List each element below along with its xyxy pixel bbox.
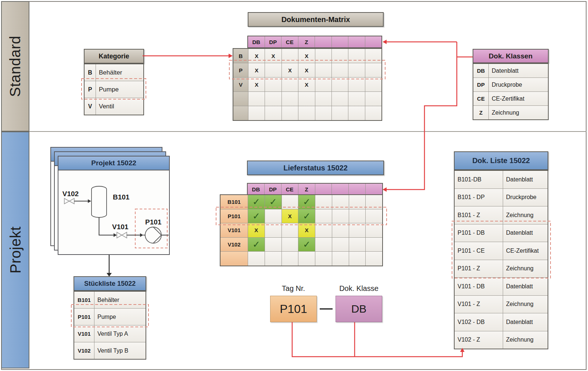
status-cell bbox=[315, 238, 332, 252]
kategorie-title: Kategorie bbox=[84, 49, 144, 64]
pump-p101-icon bbox=[145, 227, 161, 243]
stueckliste-tag: P101 bbox=[74, 309, 94, 325]
lieferstatus-title: Lieferstatus 15022 bbox=[247, 161, 384, 175]
section-divider bbox=[29, 131, 587, 132]
dok-liste-name: Zeichnung bbox=[503, 331, 548, 349]
status-cell: ✓ bbox=[298, 238, 315, 252]
matrix-row-label: B bbox=[233, 49, 248, 63]
diagram-canvas: Standard Projekt Kategorie B Behälter P … bbox=[0, 0, 588, 371]
dok-liste-name: Datenblatt bbox=[503, 313, 548, 331]
pid-drawing: V102 B101 V101 P101 bbox=[58, 170, 169, 254]
status-cell bbox=[282, 238, 298, 252]
stueckliste-name: Pumpe bbox=[94, 309, 146, 325]
status-cell bbox=[248, 252, 265, 266]
status-cell bbox=[282, 223, 298, 237]
dok-klassen-table: DB Datenblatt DP Druckprobe CE CE-Zertif… bbox=[473, 63, 549, 120]
dok-klassen-key: Z bbox=[473, 106, 488, 119]
dok-liste-name: Datenblatt bbox=[503, 278, 548, 295]
matrix-cell: X bbox=[298, 63, 315, 77]
dok-liste-title: Dok. Liste 15022 bbox=[454, 151, 548, 170]
matrix-cell bbox=[365, 92, 381, 106]
doc-class-col: DP bbox=[265, 184, 281, 195]
status-cell: X bbox=[298, 223, 315, 237]
dok-liste-doc: P101 - Z bbox=[455, 260, 503, 278]
dok-klassen-name: Datenblatt bbox=[489, 64, 548, 78]
matrix-cell: X bbox=[248, 78, 265, 91]
dok-liste-doc: B101 - DP bbox=[455, 189, 503, 206]
status-cell: ✓ bbox=[298, 209, 315, 223]
status-cell bbox=[366, 223, 382, 237]
dokumenten-matrix-title: Dokumenten-Matrix bbox=[248, 12, 384, 27]
lieferstatus-row-label: B101 bbox=[220, 195, 248, 209]
lieferstatus-table: B101 ✓ ✓ ✓ P101 ✓ X ✓ V101 X X V102 ✓ ✓ bbox=[220, 194, 383, 266]
dok-liste-doc: V101 - Z bbox=[455, 296, 503, 313]
dok-klassen-name: Zeichnung bbox=[489, 106, 548, 119]
b101-tag-label: B101 bbox=[113, 193, 130, 201]
matrix-cell: X bbox=[298, 78, 315, 91]
matrix-cell bbox=[298, 92, 315, 106]
status-cell bbox=[265, 252, 282, 266]
status-cell bbox=[282, 195, 298, 209]
dok-liste-name: Zeichnung bbox=[503, 260, 548, 278]
matrix-cell bbox=[332, 106, 348, 120]
matrix-cell bbox=[315, 63, 331, 77]
matrix-cell bbox=[282, 78, 298, 91]
dok-liste-doc: B101 - Z bbox=[455, 206, 503, 224]
kategorie-table: B Behälter P Pumpe V Ventil bbox=[84, 64, 144, 115]
valve-v102-icon bbox=[64, 198, 69, 204]
vessel-b101-icon bbox=[92, 186, 107, 217]
matrix-row-label bbox=[233, 106, 248, 120]
doc-class-col bbox=[332, 36, 348, 47]
dok-klasse-box: DB bbox=[336, 296, 382, 322]
dok-liste-name: Datenblatt bbox=[503, 224, 548, 242]
valve-v101-icon bbox=[122, 232, 127, 238]
dok-liste-doc: P101 - DB bbox=[455, 224, 503, 242]
matrix-cell bbox=[365, 78, 381, 91]
lieferstatus-row-label: P101 bbox=[220, 209, 248, 223]
status-cell: ✓ bbox=[248, 195, 265, 209]
matrix-cell bbox=[332, 63, 348, 77]
doc-class-col bbox=[365, 36, 382, 47]
matrix-cell bbox=[282, 49, 298, 63]
status-cell: ✓ bbox=[265, 195, 282, 209]
matrix-cell bbox=[282, 106, 298, 120]
projekt-label: Projekt bbox=[7, 227, 24, 274]
status-cell bbox=[349, 209, 366, 223]
matrix-cell: X bbox=[265, 49, 281, 63]
doc-class-col bbox=[366, 184, 382, 195]
matrix-cell bbox=[265, 78, 281, 91]
doc-class-col bbox=[315, 36, 331, 47]
doc-class-col bbox=[349, 184, 365, 195]
kategorie-name: Ventil bbox=[96, 98, 143, 115]
dok-liste-name: Zeichnung bbox=[503, 206, 548, 224]
doc-class-col: CE bbox=[282, 36, 298, 47]
dok-klassen-name: CE-Zertifikat bbox=[489, 92, 548, 105]
status-cell bbox=[332, 238, 349, 252]
status-cell bbox=[332, 195, 349, 209]
dok-liste-table: B101-DB Datenblatt B101 - DP Druckprobe … bbox=[454, 170, 548, 349]
matrix-row-label bbox=[233, 92, 248, 106]
status-cell: ✓ bbox=[248, 238, 265, 252]
matrix-cell bbox=[348, 63, 365, 77]
dok-liste-name: Zeichnung bbox=[503, 296, 548, 313]
standard-label: Standard bbox=[7, 36, 24, 97]
doc-class-col: DB bbox=[248, 184, 264, 195]
status-cell bbox=[265, 223, 282, 237]
matrix-cell bbox=[265, 63, 281, 77]
dok-liste-name: Datenblatt bbox=[503, 171, 548, 188]
doc-class-col bbox=[315, 184, 332, 195]
v102-tag-label: V102 bbox=[62, 190, 79, 198]
kategorie-key: P bbox=[85, 81, 96, 98]
section-band-standard: Standard bbox=[1, 1, 29, 132]
lieferstatus-doc-class-header: DB DP CE Z bbox=[247, 183, 383, 196]
dok-liste-doc: P101 - CE bbox=[455, 242, 503, 260]
status-cell bbox=[349, 223, 366, 237]
matrix-cell bbox=[265, 106, 281, 120]
matrix-cell: X bbox=[248, 49, 265, 63]
dok-klassen-title: Dok. Klassen bbox=[473, 49, 549, 63]
status-cell: X bbox=[248, 223, 265, 237]
matrix-cell bbox=[365, 49, 381, 63]
status-cell bbox=[298, 252, 315, 266]
matrix-table: B X X X P X X X V X X bbox=[233, 48, 382, 121]
matrix-cell bbox=[298, 106, 315, 120]
